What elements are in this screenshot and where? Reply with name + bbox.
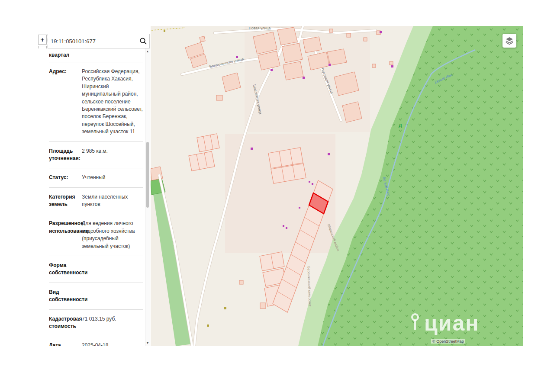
parcel-info-panel: квартал Адрес: Российская Федерация, Рес…: [38, 48, 150, 346]
row-value: 71 013.15 руб.: [82, 315, 143, 323]
info-row-permitted-use: Разрешенное использование Для ведения ли…: [49, 214, 143, 256]
row-label: Разрешенное использование: [49, 220, 79, 235]
map-canvas[interactable]: Новая улица Балахчинская улица Шоссейная…: [151, 26, 523, 346]
layers-button[interactable]: [502, 34, 516, 48]
row-value: Российская Федерация, Республика Хакасия…: [82, 68, 143, 136]
row-value: Для ведения личного подсобного хозяйства…: [82, 220, 143, 250]
info-row-ownership-form: Форма собственности: [49, 256, 143, 283]
map-layers: Новая улица Балахчинская улица Шоссейная…: [151, 26, 523, 346]
info-row-cadastral-value: Кадастровая стоимость 71 013.15 руб.: [49, 310, 143, 337]
green-band: [151, 175, 192, 346]
search-icon[interactable]: [137, 37, 149, 45]
info-row-date: Дата 2025-04-18: [49, 336, 143, 346]
track-path: [151, 28, 185, 30]
row-value: 2 985 кв.м.: [82, 148, 143, 155]
info-row-ownership-type: Вид собственности: [49, 283, 143, 310]
info-row-status: Статус: Учтенный: [49, 168, 143, 187]
search-input[interactable]: [48, 38, 137, 45]
map-attribution: © OpenStreetMap: [431, 339, 465, 344]
panel-header: квартал: [49, 48, 143, 62]
panel-scrollbar[interactable]: ▲ ▼: [145, 48, 150, 346]
zoom-in-button[interactable]: +: [38, 35, 47, 45]
layers-icon: [505, 36, 514, 45]
selsovet-label: Беренжакский сельсовет: [306, 266, 312, 306]
d-marker: Д: [399, 123, 402, 128]
row-label: Площадь уточненная:: [49, 148, 79, 163]
info-row-area: Площадь уточненная: 2 985 кв.м.: [49, 142, 143, 169]
search-bar: [48, 34, 150, 48]
scroll-up-arrow[interactable]: ▲: [145, 49, 150, 54]
row-label: Форма собственности: [49, 262, 79, 277]
row-value: 2025-04-18: [82, 342, 143, 346]
scroll-down-arrow[interactable]: ▼: [145, 341, 150, 345]
row-value: Земли населенных пунктов: [82, 193, 143, 209]
street-label-novaya: Новая улица: [249, 26, 271, 30]
row-label: Категория земель: [49, 193, 79, 209]
row-label: Дата: [49, 342, 79, 346]
row-label: Вид собственности: [49, 289, 79, 304]
row-label: Кадастровая стоимость: [49, 315, 79, 331]
row-label: Статус:: [49, 174, 79, 181]
row-value: Учтенный: [82, 174, 143, 181]
row-label: Адрес:: [49, 68, 79, 75]
info-row-address: Адрес: Российская Федерация, Республика …: [49, 62, 143, 142]
scrollbar-thumb[interactable]: [146, 142, 149, 208]
info-row-category: Категория земель Земли населенных пункто…: [49, 188, 143, 215]
